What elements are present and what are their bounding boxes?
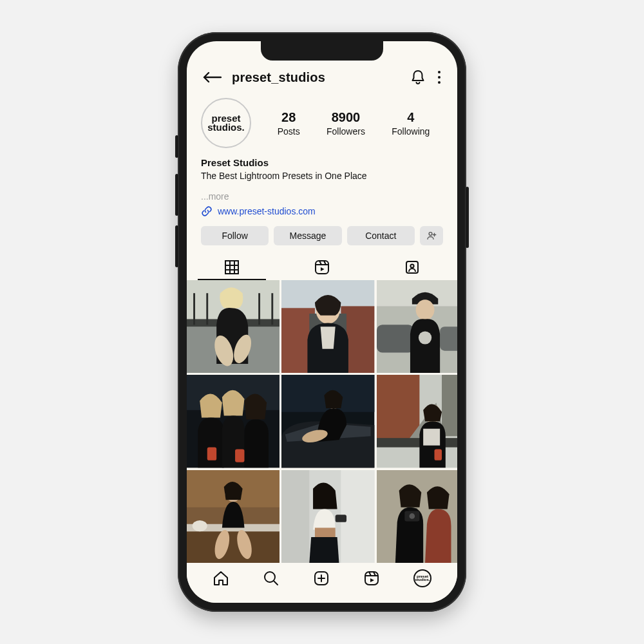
profile-actions: Follow Message Contact bbox=[187, 217, 457, 251]
svg-rect-68 bbox=[365, 572, 378, 585]
menu-button[interactable] bbox=[435, 68, 443, 86]
svg-rect-23 bbox=[440, 327, 457, 351]
svg-point-24 bbox=[415, 299, 434, 320]
svg-rect-39 bbox=[442, 375, 457, 436]
phone-frame: preset_studios preset bbox=[178, 32, 466, 612]
stat-number: 8900 bbox=[327, 110, 365, 125]
svg-point-52 bbox=[193, 520, 207, 531]
photo-placeholder-icon bbox=[281, 280, 374, 373]
follow-button[interactable]: Follow bbox=[201, 226, 269, 245]
photo-placeholder-icon bbox=[281, 375, 374, 468]
tagged-icon bbox=[404, 260, 420, 275]
phone-screen: preset_studios preset bbox=[187, 41, 457, 603]
svg-point-4 bbox=[410, 264, 413, 267]
tab-reels[interactable] bbox=[277, 254, 367, 280]
phone-side-button bbox=[175, 174, 178, 216]
stat-number: 4 bbox=[392, 110, 430, 125]
bio-more-button[interactable]: ...more bbox=[201, 191, 443, 202]
profile-bio-line: The Best Lightroom Presets in One Place bbox=[201, 171, 443, 181]
stat-label: Followers bbox=[327, 126, 365, 137]
profile-avatar[interactable]: preset studios. bbox=[201, 98, 251, 148]
stat-label: Posts bbox=[278, 126, 300, 137]
nav-profile-avatar-icon: preset studios. bbox=[413, 569, 431, 587]
svg-line-66 bbox=[274, 581, 278, 585]
add-user-icon bbox=[426, 230, 437, 242]
photo-placeholder-icon bbox=[377, 470, 457, 563]
svg-rect-32 bbox=[235, 450, 244, 462]
svg-rect-31 bbox=[207, 448, 216, 460]
photo-placeholder-icon bbox=[377, 375, 457, 468]
back-button[interactable] bbox=[201, 71, 223, 83]
svg-rect-44 bbox=[434, 450, 442, 460]
stat-following[interactable]: 4 Following bbox=[392, 110, 430, 137]
home-icon bbox=[213, 570, 229, 587]
notifications-button[interactable] bbox=[411, 70, 425, 85]
profile-display-name: Preset Studios bbox=[201, 157, 443, 168]
photo-placeholder-icon bbox=[377, 280, 457, 373]
post-thumbnail[interactable] bbox=[187, 375, 279, 468]
phone-notch bbox=[261, 41, 383, 61]
phone-side-button bbox=[466, 187, 469, 248]
photo-placeholder-icon bbox=[187, 470, 279, 563]
photo-placeholder-icon bbox=[281, 470, 374, 563]
add-post-icon bbox=[313, 570, 330, 587]
avatar-text-line: studios. bbox=[207, 123, 245, 132]
stat-posts[interactable]: 28 Posts bbox=[278, 110, 300, 137]
tab-tagged[interactable] bbox=[367, 254, 457, 280]
reels-icon bbox=[363, 570, 380, 587]
svg-rect-43 bbox=[423, 429, 440, 446]
post-thumbnail[interactable] bbox=[377, 375, 457, 468]
bell-icon bbox=[411, 70, 425, 85]
post-thumbnail[interactable] bbox=[281, 470, 374, 563]
post-thumbnail[interactable] bbox=[187, 280, 279, 373]
contact-button[interactable]: Contact bbox=[347, 226, 415, 245]
profile-bio: Preset Studios The Best Lightroom Preset… bbox=[187, 155, 457, 217]
svg-rect-55 bbox=[281, 470, 309, 563]
profile-username: preset_studios bbox=[232, 70, 402, 85]
suggested-users-button[interactable] bbox=[420, 226, 443, 245]
profile-tabs bbox=[187, 254, 457, 280]
profile-link-text: www.preset-studios.com bbox=[218, 206, 316, 216]
phone-side-button bbox=[175, 135, 178, 158]
post-thumbnail[interactable] bbox=[377, 280, 457, 373]
grid-icon bbox=[225, 260, 239, 274]
tab-grid[interactable] bbox=[187, 254, 277, 280]
photo-placeholder-icon bbox=[187, 280, 279, 373]
message-button[interactable]: Message bbox=[274, 226, 341, 245]
photo-placeholder-icon bbox=[187, 375, 279, 468]
post-thumbnail[interactable] bbox=[281, 280, 374, 373]
nav-search[interactable] bbox=[263, 570, 279, 587]
stat-followers[interactable]: 8900 Followers bbox=[327, 110, 365, 137]
post-thumbnail[interactable] bbox=[377, 470, 457, 563]
post-thumbnail[interactable] bbox=[187, 470, 279, 563]
svg-rect-2 bbox=[316, 261, 328, 274]
stat-label: Following bbox=[392, 126, 430, 137]
bottom-nav: preset studios. bbox=[187, 563, 457, 603]
svg-rect-22 bbox=[377, 325, 414, 352]
reels-icon bbox=[314, 260, 330, 275]
profile-top: preset studios. 28 Posts 8900 Followers … bbox=[187, 91, 457, 155]
search-icon bbox=[263, 570, 279, 587]
post-grid bbox=[187, 280, 457, 563]
nav-profile[interactable]: preset studios. bbox=[413, 569, 431, 587]
svg-point-0 bbox=[429, 232, 432, 236]
nav-home[interactable] bbox=[213, 570, 229, 587]
post-thumbnail[interactable] bbox=[281, 375, 374, 468]
back-arrow-icon bbox=[202, 71, 222, 83]
svg-rect-1 bbox=[225, 261, 238, 274]
profile-stats: 28 Posts 8900 Followers 4 Following bbox=[264, 110, 443, 137]
nav-create[interactable] bbox=[313, 570, 330, 587]
link-icon bbox=[201, 205, 213, 217]
svg-rect-58 bbox=[336, 515, 346, 522]
phone-side-button bbox=[175, 225, 178, 267]
stat-number: 28 bbox=[278, 110, 300, 125]
svg-rect-38 bbox=[377, 375, 419, 440]
menu-dots-icon bbox=[438, 71, 440, 73]
svg-point-64 bbox=[409, 513, 415, 519]
svg-point-25 bbox=[419, 331, 431, 344]
nav-reels[interactable] bbox=[363, 570, 380, 587]
profile-link[interactable]: www.preset-studios.com bbox=[201, 205, 443, 217]
